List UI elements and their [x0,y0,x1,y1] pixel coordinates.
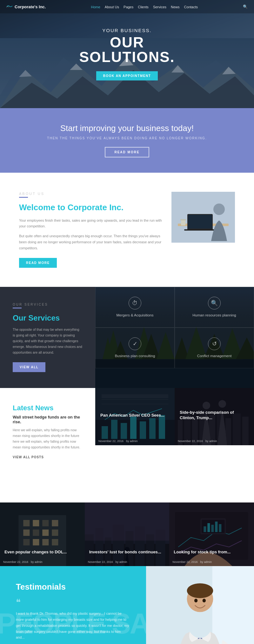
news-bottom-card-investors-meta: November 22, 2016 by admin [88,560,166,564]
testimonials-heading: Testimonials [16,582,130,592]
services-heading: Our Services [13,314,83,322]
welcome-section: ABOUT US Welcome to Corporate Inc. Your … [0,173,254,287]
testimonials-right-image [146,566,254,644]
svg-point-14 [213,204,225,215]
welcome-heading-colored: Corporate Inc. [68,203,124,212]
news-card-comparison-meta: November 22, 2016 by admin [175,440,254,443]
news-left: Latest News Wall street hedge funds are … [0,388,95,502]
svg-rect-16 [180,219,186,220]
service-card-conflict: ↺ Conflict management [175,328,254,368]
welcome-label: ABOUT US [19,192,162,196]
hero-section: YOUR BUSINESS. OUR SOLUTIONS. BOOK AN AP… [0,0,254,108]
nav-item-clients[interactable]: Clients [138,4,149,10]
welcome-para1: Your employees finish their tasks, sales… [19,218,162,229]
services-description: The opposite of that may be when everyth… [13,327,83,355]
services-heading-plain: Our [13,314,28,322]
news-bottom-card-dol-title: Even popular changes to DOL... [4,550,80,555]
nav-item-about[interactable]: About Us [105,4,119,10]
news-excerpt: Here we will explain, why falling profit… [13,427,83,450]
welcome-heading-plain: Welcome to [19,203,68,212]
news-bottom-card-dol-meta: November 22, 2016 by admin [3,560,82,564]
nav-item-home[interactable]: Home [91,4,100,10]
news-card-pan-american-content: Pan American Silver CEO Sees... [95,413,175,421]
news-card-comparison[interactable]: Side-by-side comparison of Clinton, Trum… [175,388,254,445]
mergers-icon: ⏱ [129,297,141,309]
news-bottom-card-dol[interactable]: Even popular changes to DOL... November … [0,502,85,566]
news-bottom-row: Even popular changes to DOL... November … [0,502,254,566]
svg-point-102 [203,599,206,603]
news-card-pan-american[interactable]: Pan American Silver CEO Sees... November… [95,388,175,445]
hr-icon: 🔍 [208,297,221,309]
testimonial-text: I want to thank Dr. Thomas, who did my p… [16,611,130,640]
news-bottom-card-stock-title: Looking for stock tips from... [174,550,250,555]
services-view-all-button[interactable]: VIEW ALL [13,362,45,372]
service-conflict-title: Conflict management [197,353,232,358]
services-heading-colored: Services [28,314,60,322]
news-bottom-card-stock-content: Looking for stock tips from... [174,550,250,555]
news-card-comparison-content: Side-by-side comparison of Clinton, Trum… [175,410,254,424]
welcome-underline [19,197,28,198]
news-card-pan-american-title: Pan American Silver CEO Sees... [100,413,170,418]
service-business-title: Business plan consulting [115,353,155,358]
service-hr-title: Human resources planning [192,313,236,318]
service-card-business: ✓ Business plan consulting [95,328,175,368]
blue-band-read-more-button[interactable]: READ MORE [105,147,149,157]
services-label: OUR SERVICES [13,303,83,306]
services-left: OUR SERVICES Our Services The opposite o… [0,287,95,388]
news-section-label: Latest News [13,404,83,412]
brand-logo[interactable]: Corporate's Inc. [6,4,46,9]
hero-title: OUR SOLUTIONS. [64,35,190,64]
testimonials-left: PEOPLE SAY Testimonials ❝ I want to than… [0,566,146,644]
service-card-mergers: ⏱ Mergers & Acquisitions [95,287,175,328]
view-all-posts-link[interactable]: VIEW ALL POSTS [13,455,83,459]
news-bottom-card-stock-meta: November 22, 2016 by admin [172,560,251,564]
nav-item-services[interactable]: Services [153,4,166,10]
nav-item-pages[interactable]: Pages [124,4,133,10]
search-icon[interactable]: 🔍 [243,4,248,9]
brand-name: Corporate's Inc. [15,4,46,9]
news-bottom-card-investors-content: Investors' lust for bonds continues... [89,550,165,555]
business-icon: ✓ [129,337,141,350]
nav-item-contacts[interactable]: Contacts [184,4,198,10]
services-underline [13,308,22,308]
welcome-text: ABOUT US Welcome to Corporate Inc. Your … [19,192,162,268]
services-section: OUR SERVICES Our Services The opposite o… [0,287,254,388]
welcome-read-more-button[interactable]: READ MORE [19,258,57,268]
news-card-pan-american-meta: November 22, 2016 by admin [95,440,175,443]
svg-rect-13 [184,229,216,231]
blue-band-section: Start improving your business today! THE… [0,108,254,173]
book-appointment-button[interactable]: BOOK AN APPOINTMENT [96,71,158,80]
svg-rect-15 [181,220,185,225]
navbar: Corporate's Inc. Home About Us Pages Cli… [0,0,254,13]
hero-content: YOUR BUSINESS. OUR SOLUTIONS. BOOK AN AP… [64,28,190,80]
main-nav: Home About Us Pages Clients Services New… [91,4,198,10]
svg-rect-94 [212,566,254,644]
blue-band-subtext: THEN THE THINGS YOU'VE ALWAYS BEEN DOING… [6,136,248,140]
blue-band-heading: Start improving your business today! [6,123,248,133]
svg-rect-12 [188,215,212,229]
quote-icon: ❝ [16,597,130,607]
news-bottom-card-investors-title: Investors' lust for bonds continues... [89,550,165,555]
welcome-heading: Welcome to Corporate Inc. [19,202,162,213]
news-grid: Pan American Silver CEO Sees... November… [95,388,254,502]
news-headline: Wall street hedge funds are on the rise. [13,415,83,424]
service-card-hr: 🔍 Human resources planning [175,287,254,328]
testimonials-section: PEOPLE SAY Testimonials ❝ I want to than… [0,566,254,644]
news-bottom-card-stock[interactable]: Looking for stock tips from... November … [169,502,254,566]
welcome-para2: But quite often and unexpectedly changes… [19,233,162,251]
welcome-image [171,192,235,243]
svg-point-101 [194,599,197,603]
news-bottom-card-investors[interactable]: Investors' lust for bonds continues... N… [85,502,170,566]
service-mergers-title: Mergers & Acquisitions [117,313,154,318]
hero-subtitle: YOUR BUSINESS. [64,28,190,33]
news-bottom-card-dol-content: Even popular changes to DOL... [4,550,80,555]
nav-item-news[interactable]: News [171,4,180,10]
news-section: Latest News Wall street hedge funds are … [0,388,254,502]
svg-point-96 [187,584,213,598]
conflict-icon: ↺ [208,337,221,350]
news-card-comparison-title: Side-by-side comparison of Clinton, Trum… [180,410,249,421]
